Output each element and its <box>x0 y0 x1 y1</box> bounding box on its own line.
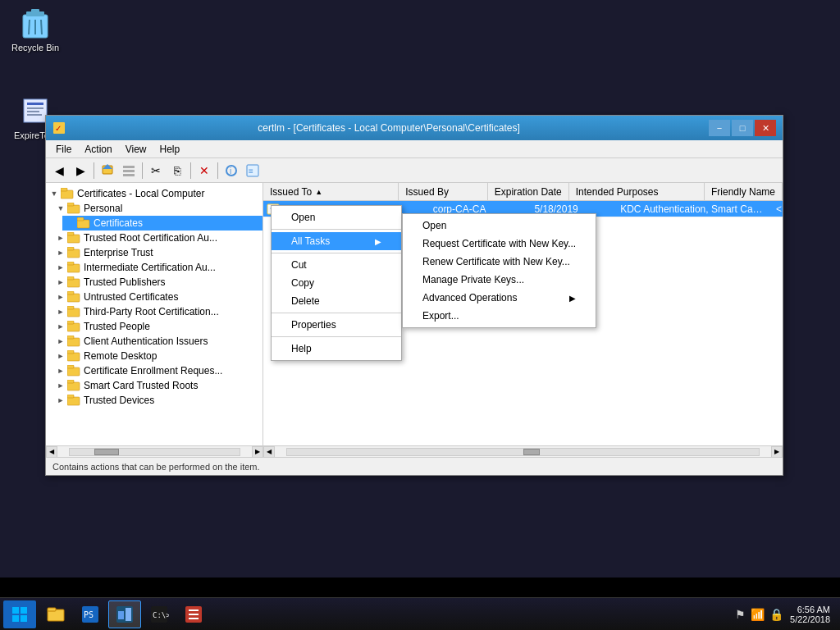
svg-rect-41 <box>67 321 74 324</box>
svg-rect-56 <box>21 607 27 614</box>
submenu-export[interactable]: Export... <box>403 307 596 325</box>
col-header-issued-by[interactable]: Issued By <box>399 183 488 200</box>
tree-item-client-auth[interactable]: ► Client Authentication Issuers <box>52 334 262 349</box>
tree-item-trusted-publishers[interactable]: ► Trusted Publishers <box>52 275 262 290</box>
ctx-delete[interactable]: Delete <box>272 292 401 310</box>
folder-untrusted-icon <box>67 291 80 303</box>
tree-item-intermediate[interactable]: ► Intermediate Certification Au... <box>52 260 262 275</box>
submenu-request-new-key[interactable]: Request Certificate with New Key... <box>403 235 596 253</box>
left-hscroll-right[interactable]: ▶ <box>252 446 263 458</box>
forward-button[interactable]: ▶ <box>71 161 90 180</box>
recycle-bin-icon[interactable]: Recycle Bin <box>7 7 64 52</box>
tree-item-remote-desktop[interactable]: ► Remote Desktop <box>52 349 262 363</box>
svg-rect-50 <box>67 397 80 405</box>
taskbar-clock[interactable]: 6:56 AM 5/22/2018 <box>790 605 830 624</box>
submenu-renew-new-key[interactable]: Renew Certificate with New Key... <box>403 253 596 271</box>
ctx-all-tasks[interactable]: All Tasks ▶ <box>272 232 401 250</box>
svg-rect-37 <box>67 291 74 294</box>
left-hscroll-track[interactable] <box>69 448 240 456</box>
taskbar-explorer[interactable] <box>108 600 141 628</box>
col-header-expiry[interactable]: Expiration Date <box>488 183 569 200</box>
list-view-button[interactable] <box>119 161 139 180</box>
right-hscroll-thumb[interactable] <box>523 449 540 455</box>
ctx-sep-2 <box>272 253 401 253</box>
col-header-friendly-label: Friendly Name <box>711 186 775 198</box>
recycle-bin-image <box>19 7 52 39</box>
right-hscroll-right[interactable]: ▶ <box>771 446 783 458</box>
right-hscroll-track[interactable] <box>286 448 760 456</box>
windows-logo-icon <box>11 606 28 623</box>
tree-item-trusted-root[interactable]: ► Trusted Root Certification Au... <box>52 231 262 245</box>
ctx-open[interactable]: Open <box>272 208 401 226</box>
taskbar-file-explorer[interactable] <box>39 600 72 628</box>
copy-button[interactable]: ⎘ <box>167 161 187 180</box>
tree-item-personal[interactable]: ▼ Personal <box>52 201 262 216</box>
tree-trusted-publishers-label: Trusted Publishers <box>84 276 166 288</box>
tree-arrow-smart-card: ► <box>56 381 66 390</box>
tree-arrow-remote-desktop: ► <box>56 351 66 361</box>
col-header-issued-to[interactable]: Issued To ▲ <box>263 183 399 200</box>
taskbar-apps: PS C:\> <box>39 600 728 628</box>
tray-network-icon[interactable]: 📶 <box>751 608 765 621</box>
taskbar-powershell[interactable]: PS <box>74 600 107 628</box>
maximize-button[interactable]: □ <box>732 120 753 136</box>
taskbar-right: ⚑ 📶 🔒 6:56 AM 5/22/2018 <box>728 605 837 624</box>
cmd-taskbar-icon: C:\> <box>149 605 169 624</box>
minimize-button[interactable]: − <box>709 120 730 136</box>
ctx-sep-1 <box>272 229 401 230</box>
left-hscroll-thumb[interactable] <box>94 449 119 455</box>
tree-enterprise-label: Enterprise Trust <box>84 247 153 258</box>
folder-intermediate-icon <box>67 262 80 273</box>
right-hscroll-left[interactable]: ◀ <box>263 446 275 458</box>
window-app-icon: ✓ <box>52 121 66 135</box>
col-header-purposes[interactable]: Intended Purposes <box>569 183 705 200</box>
tree-item-certificates[interactable]: Certificates <box>62 216 262 231</box>
tree-item-smart-card[interactable]: ► Smart Card Trusted Roots <box>52 378 262 393</box>
tree-item-root[interactable]: ▼ Certificates - Local Computer <box>46 186 262 201</box>
menu-help[interactable]: Help <box>153 142 187 157</box>
tree-item-untrusted[interactable]: ► Untrusted Certificates <box>52 290 262 304</box>
col-header-purposes-label: Intended Purposes <box>576 186 659 198</box>
folder-trusted-people-icon <box>67 321 80 332</box>
tree-item-third-party[interactable]: ► Third-Party Root Certification... <box>52 304 262 319</box>
submenu-manage-private-keys[interactable]: Manage Private Keys... <box>403 271 596 289</box>
tree-item-trusted-devices[interactable]: ► Trusted Devices <box>52 393 262 408</box>
taskbar-cmd[interactable]: C:\> <box>143 600 176 628</box>
svg-rect-33 <box>67 262 74 265</box>
svg-rect-30 <box>67 249 80 258</box>
folder-trusted-root-icon <box>67 232 80 244</box>
svg-rect-16 <box>123 170 135 172</box>
ctx-cut[interactable]: Cut <box>272 256 401 274</box>
export-button[interactable]: ≡ <box>243 161 262 180</box>
col-header-friendly[interactable]: Friendly Name <box>705 183 783 200</box>
svg-rect-25 <box>67 203 74 206</box>
submenu-advanced-operations[interactable]: Advanced Operations ▶ <box>403 289 596 307</box>
start-button[interactable] <box>3 600 36 628</box>
left-pane-hscroll[interactable]: ◀ ▶ <box>46 445 263 457</box>
tree-item-trusted-people[interactable]: ► Trusted People <box>52 319 262 334</box>
taskbar-tools[interactable] <box>177 600 210 628</box>
tree-item-cert-enrollment[interactable]: ► Certificate Enrollment Reques... <box>52 363 262 378</box>
back-button[interactable]: ◀ <box>49 161 69 180</box>
ctx-help[interactable]: Help <box>272 340 401 358</box>
tray-security-icon[interactable]: 🔒 <box>769 608 783 621</box>
close-button[interactable]: ✕ <box>755 120 776 136</box>
window-titlebar: ✓ certlm - [Certificates - Local Compute… <box>46 116 783 140</box>
window-title: certlm - [Certificates - Local Computer\… <box>69 122 709 134</box>
tray-flag-icon[interactable]: ⚑ <box>735 608 746 621</box>
submenu: Open Request Certificate with New Key...… <box>402 213 596 328</box>
left-hscroll-left[interactable]: ◀ <box>46 446 57 458</box>
properties-button[interactable]: i <box>221 161 241 180</box>
right-pane-hscroll[interactable]: ◀ ▶ <box>263 445 783 457</box>
delete-button[interactable]: ✕ <box>194 161 214 180</box>
menu-view[interactable]: View <box>119 142 153 157</box>
svg-rect-60 <box>48 608 56 611</box>
ctx-copy[interactable]: Copy <box>272 274 401 292</box>
up-button[interactable] <box>98 161 117 180</box>
submenu-open[interactable]: Open <box>403 217 596 235</box>
tree-item-enterprise[interactable]: ► Enterprise Trust <box>52 245 262 260</box>
ctx-properties[interactable]: Properties <box>272 316 401 334</box>
menu-action[interactable]: Action <box>78 142 118 157</box>
menu-file[interactable]: File <box>49 142 78 157</box>
cut-button[interactable]: ✂ <box>146 161 166 180</box>
